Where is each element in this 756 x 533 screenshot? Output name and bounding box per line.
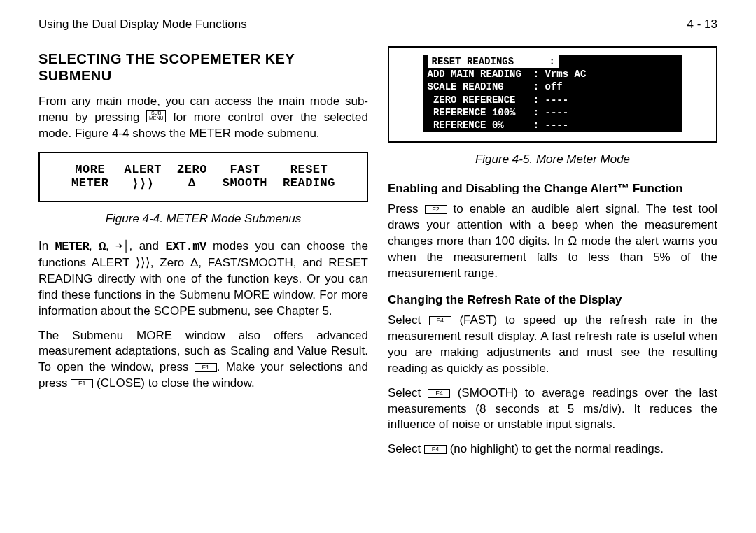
paragraph-more-window: The Submenu MORE window also offers adva… xyxy=(38,328,368,392)
f1-key-icon: F1 xyxy=(195,363,217,372)
header-right: 4 - 13 xyxy=(687,17,718,31)
left-column: SELECTING THE SCOPEMETER KEY SUBMENU Fro… xyxy=(38,46,368,512)
figure-4-5-caption: Figure 4-5. More Meter Mode xyxy=(388,152,718,166)
content-columns: SELECTING THE SCOPEMETER KEY SUBMENU Fro… xyxy=(38,46,718,512)
right-column: RESET READINGS : ADD MAIN READING : Vrms… xyxy=(388,46,718,512)
figure-4-5-box: RESET READINGS : ADD MAIN READING : Vrms… xyxy=(388,46,718,143)
subhead-refresh: Changing the Refresh Rate of the Display xyxy=(388,293,718,307)
fig5-line-ref100: REFERENCE 100% : ---- xyxy=(424,106,682,119)
paragraph-fast: Select F4 (FAST) to speed up the refresh… xyxy=(388,313,718,377)
paragraph-nohighlight: Select F4 (no highlight) to get the norm… xyxy=(388,441,718,457)
fig5-line-scale: SCALE READING : off xyxy=(424,80,682,93)
figure-4-4-caption: Figure 4-4. METER Mode Submenus xyxy=(38,212,368,226)
header-left: Using the Dual Display Mode Functions xyxy=(38,17,247,31)
fig5-line-add: ADD MAIN READING : Vrms AC xyxy=(424,68,682,80)
subhead-alert: Enabling and Disabling the Change Alert™… xyxy=(388,182,718,196)
fig5-line-ref0: REFERENCE 0% : ---- xyxy=(424,119,682,132)
fig5-line-reset: RESET READINGS : xyxy=(428,55,559,68)
f4-key-icon: F4 xyxy=(428,389,450,398)
paragraph-intro: From any main mode, you can access the m… xyxy=(38,94,368,142)
meter-mode-icon: METER xyxy=(55,240,90,253)
fig5-line-zero: ZERO REFERENCE : ---- xyxy=(424,94,682,106)
ohm-mode-icon: Ω xyxy=(99,240,106,253)
extmv-mode-icon: EXT.mV xyxy=(165,240,206,253)
figure-4-4-menu: MOREMETER ALERT⟩⟩⟩ ZEROΔ FASTSMOOTH RESE… xyxy=(47,163,360,191)
f1-key-icon: F1 xyxy=(71,379,93,388)
figure-4-5-screen: RESET READINGS : ADD MAIN READING : Vrms… xyxy=(424,55,682,132)
page: Using the Dual Display Mode Functions 4 … xyxy=(0,0,756,533)
paragraph-smooth: Select F4 (SMOOTH) to average readings o… xyxy=(388,385,718,434)
figure-4-4-box: MOREMETER ALERT⟩⟩⟩ ZEROΔ FASTSMOOTH RESE… xyxy=(38,152,368,202)
f4-key-icon: F4 xyxy=(424,445,447,454)
diode-mode-icon: ➔│ xyxy=(115,240,129,253)
f2-key-icon: F2 xyxy=(425,205,447,214)
page-header: Using the Dual Display Mode Functions 4 … xyxy=(38,17,718,36)
f4-key-icon: F4 xyxy=(429,316,451,325)
section-heading: SELECTING THE SCOPEMETER KEY SUBMENU xyxy=(38,50,368,84)
paragraph-modes: In METER, Ω, ➔│, and EXT.mV modes you ca… xyxy=(38,239,368,320)
paragraph-alert: Press F2 to enable an audible alert sign… xyxy=(388,201,718,282)
sub-menu-key-icon: SUBMENU xyxy=(146,110,166,122)
